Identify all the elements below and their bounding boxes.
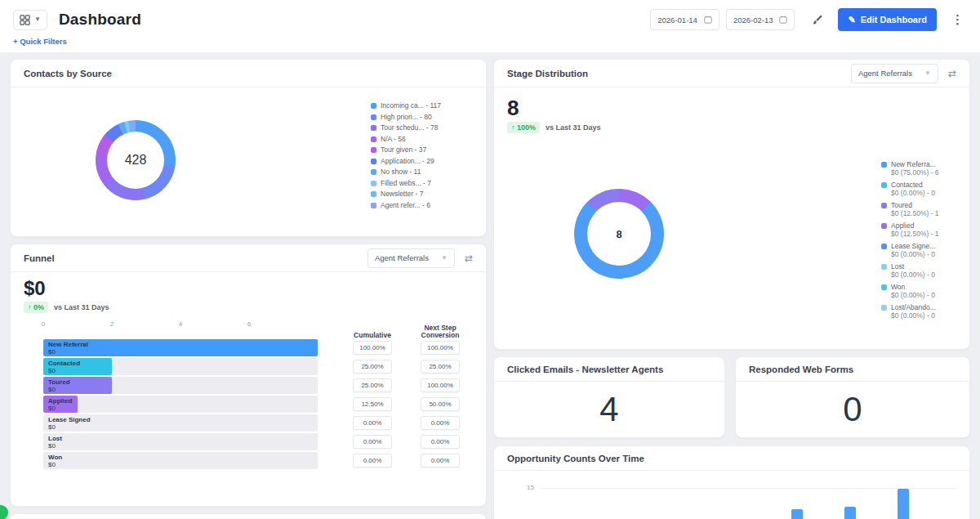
funnel-row: Lost$0	[43, 433, 318, 450]
funnel-stage-amount: $0	[48, 367, 80, 374]
bar[interactable]	[898, 489, 909, 519]
funnel-stage-amount: $0	[48, 442, 62, 450]
legend-label: Incoming ca... - 117	[381, 102, 441, 110]
calendar-icon	[704, 16, 712, 24]
theme-brush-button[interactable]	[808, 11, 826, 29]
partial-card	[10, 513, 487, 519]
legend-item[interactable]: Tour given - 37	[371, 146, 441, 154]
quick-filters-link[interactable]: + Quick Filters	[13, 37, 67, 46]
legend-swatch-icon	[881, 223, 887, 229]
legend-swatch-icon	[881, 244, 887, 249]
legend-item[interactable]: Lease Signe...$0 (0.00%) - 0	[881, 243, 939, 258]
legend-detail: $0 (0.00%) - 0	[891, 190, 939, 198]
kebab-menu-icon[interactable]: ⋮	[948, 12, 967, 27]
next-step-pill: 100.00%	[421, 341, 460, 355]
legend-item[interactable]: Won$0 (0.00%) - 0	[881, 284, 939, 299]
edit-dashboard-button[interactable]: ✎ Edit Dashboard	[838, 8, 937, 31]
donut-total: 8	[587, 202, 651, 266]
legend-item[interactable]: Tour schedu... - 78	[371, 124, 441, 132]
funnel-stage-name: New Referral	[48, 341, 88, 348]
funnel-stage-name: Lease Signed	[48, 416, 91, 423]
next-step-pill: 0.00%	[421, 454, 460, 468]
next-step-pill: 50.00%	[421, 397, 460, 411]
legend-item[interactable]: N/A - 56	[371, 136, 441, 143]
legend-swatch-icon	[881, 284, 887, 290]
next-step-column-header: Next Step Conversion	[413, 320, 467, 339]
legend-swatch-icon	[371, 169, 376, 175]
stage-donut-chart: 8	[574, 189, 664, 279]
legend-item[interactable]: Lost/Abando...$0 (0.00%) - 0	[881, 304, 939, 320]
card-title: Opportunity Counts Over Time	[507, 454, 644, 463]
stage-filter-select[interactable]: Agent Referrals ▼	[851, 64, 938, 83]
next-step-pill: 0.00%	[421, 416, 460, 430]
comparison-label: vs Last 31 Days	[54, 303, 109, 311]
legend-swatch-icon	[881, 264, 887, 270]
chevron-down-icon: ▼	[441, 255, 448, 262]
funnel-stage-name: Toured	[48, 378, 70, 386]
legend-item[interactable]: Application... - 29	[371, 158, 441, 165]
swap-icon[interactable]: ⇄	[948, 68, 956, 79]
date-to-input[interactable]: 2026-02-13	[726, 9, 795, 30]
card-title: Stage Distribution	[507, 69, 588, 78]
bar[interactable]	[791, 509, 803, 519]
legend-item[interactable]: Applied$0 (12.50%) - 1	[881, 222, 939, 238]
legend-item[interactable]: No show - 11	[371, 168, 441, 176]
legend-swatch-icon	[881, 203, 887, 208]
dashboard-switcher-button[interactable]: ▼	[13, 10, 47, 30]
date-from-input[interactable]: 2026-01-14	[650, 9, 719, 30]
legend-detail: $0 (12.50%) - 1	[891, 210, 939, 218]
funnel-label: Toured$0	[48, 378, 70, 393]
funnel-card: Funnel Agent Referrals ▼ ⇄ $0 ↑ 0% vs La…	[10, 244, 487, 507]
legend-item[interactable]: High priori... - 80	[371, 114, 441, 121]
funnel-filter-select[interactable]: Agent Referrals ▼	[368, 248, 455, 268]
legend-item[interactable]: Incoming ca... - 117	[371, 102, 441, 110]
legend-label: High priori... - 80	[381, 114, 432, 121]
bar[interactable]	[844, 507, 856, 519]
chat-widget-button[interactable]	[0, 505, 8, 519]
funnel-label: Won$0	[48, 454, 62, 468]
legend-item[interactable]: Filled webs... - 7	[371, 180, 441, 187]
funnel-rows: New Referral$0Contacted$0Toured$0Applied…	[43, 339, 318, 471]
legend-swatch-icon	[371, 114, 376, 120]
cumulative-pill: 0.00%	[353, 454, 392, 468]
page-title: Dashboard	[59, 11, 141, 29]
funnel-label: Contacted$0	[48, 360, 80, 374]
funnel-track: Toured$0	[43, 377, 318, 394]
swap-icon[interactable]: ⇄	[465, 253, 473, 264]
legend-item[interactable]: Contacted$0 (0.00%) - 0	[881, 181, 939, 197]
legend-item[interactable]: Lost$0 (0.00%) - 0	[881, 263, 939, 279]
legend-swatch-icon	[881, 305, 887, 311]
paintbrush-icon	[811, 14, 823, 26]
card-header: Opportunity Counts Over Time	[494, 446, 969, 471]
legend-detail: $0 (0.00%) - 0	[891, 292, 939, 300]
funnel-track: Applied$0	[43, 396, 318, 413]
legend-detail: $0 (12.50%) - 1	[891, 230, 939, 239]
legend-label: Agent refer... - 6	[381, 202, 430, 209]
contacts-legend: Incoming ca... - 117High priori... - 80T…	[371, 102, 441, 213]
legend-label: N/A - 56	[381, 136, 406, 143]
cumulative-pill: 25.00%	[353, 378, 392, 392]
legend-item[interactable]: Toured$0 (12.50%) - 1	[881, 202, 939, 217]
legend-item[interactable]: Agent refer... - 6	[371, 202, 441, 209]
date-to-value: 2026-02-13	[733, 16, 773, 25]
funnel-track: New Referral$0	[43, 339, 318, 356]
axis-tick: 4	[179, 320, 182, 328]
legend-swatch-icon	[371, 147, 376, 153]
contacts-donut-chart: 428	[96, 120, 176, 200]
topbar-actions: 2026-01-14 2026-02-13	[650, 8, 967, 31]
axis-tick: 6	[247, 320, 251, 328]
funnel-row: New Referral$0	[43, 339, 318, 356]
next-step-pill: 25.00%	[421, 360, 460, 374]
card-title: Responded Web Forms	[749, 365, 853, 374]
stage-legend: New Referra...$0 (75.00%) - 6Contacted$0…	[881, 161, 939, 324]
legend-swatch-icon	[371, 136, 376, 142]
legend-item[interactable]: New Referra...$0 (75.00%) - 6	[881, 161, 939, 177]
legend-item[interactable]: Newsletter - 7	[371, 190, 441, 198]
donut-total: 428	[107, 132, 164, 189]
funnel-track: Lost$0	[43, 433, 318, 450]
funnel-stage-name: Applied	[48, 397, 72, 405]
gridline	[540, 488, 956, 489]
axis-tick: 0	[42, 320, 45, 328]
funnel-label: Applied$0	[48, 397, 72, 412]
funnel-row: Won$0	[43, 452, 318, 469]
